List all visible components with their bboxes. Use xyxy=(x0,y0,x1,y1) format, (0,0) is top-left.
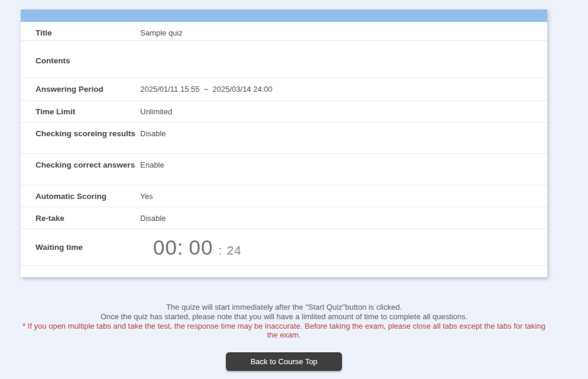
quiz-info-panel: Title Sample quiz Contents Answering Per… xyxy=(21,9,547,277)
row-value-answering-period: 2025/01/11 15:55 ~ 2025/03/14 24:00 xyxy=(140,84,547,94)
row-value-checking-correct-answers: Enable xyxy=(140,160,547,170)
waiting-time-hours: 00 xyxy=(153,236,177,259)
table-row-checking-scoring-results: Checking scoreing results Disable xyxy=(21,123,547,154)
table-row-answering-period: Answering Period 2025/01/11 15:55 ~ 2025… xyxy=(21,78,547,101)
row-label-answering-period: Answering Period xyxy=(21,84,140,95)
table-row-contents: Contents xyxy=(21,41,547,78)
row-label-waiting-time: Waiting time xyxy=(21,242,140,253)
row-label-checking-scoring-results: Checking scoreing results xyxy=(21,129,140,139)
row-value-automatic-scoring: Yes xyxy=(140,191,547,201)
quiz-start-note: The quize will start immediately after t… xyxy=(21,303,547,312)
back-to-course-top-button[interactable]: Back to Course Top xyxy=(226,352,341,371)
row-value-retake: Disable xyxy=(140,213,547,223)
row-label-checking-correct-answers: Checking correct answers xyxy=(21,160,140,171)
table-row-time-limit: Time Limit Unlimited xyxy=(21,101,547,123)
row-value-checking-scoring-results: Disable xyxy=(140,129,547,139)
table-row-retake: Re-take Disable xyxy=(21,207,547,229)
panel-header-bar xyxy=(21,9,547,22)
multi-tab-warning: * If you open multiple tabs and take the… xyxy=(21,322,547,341)
table-row-waiting-time: Waiting time 00:00:24 xyxy=(21,229,547,266)
row-value-title: Sample quiz xyxy=(140,28,547,38)
waiting-time-colon-2: : xyxy=(218,243,222,257)
footer-button-area: Back to Course Top xyxy=(21,352,547,371)
table-row-checking-correct-answers: Checking correct answers Enable xyxy=(21,154,547,185)
waiting-time-minutes: 00 xyxy=(189,236,213,259)
quiz-instructions: The quize will start immediately after t… xyxy=(21,303,547,340)
row-label-title: Title xyxy=(21,28,140,38)
waiting-time-countdown: 00:00:24 xyxy=(140,227,547,268)
row-value-time-limit: Unlimited xyxy=(140,107,547,117)
waiting-time-seconds: 24 xyxy=(227,243,241,257)
row-label-time-limit: Time Limit xyxy=(21,107,140,117)
table-row-automatic-scoring: Automatic Scoring Yes xyxy=(21,185,547,207)
table-row-title: Title Sample quiz xyxy=(21,22,547,41)
waiting-time-colon-1: : xyxy=(177,236,184,259)
row-label-automatic-scoring: Automatic Scoring xyxy=(21,191,140,202)
row-label-contents: Contents xyxy=(21,56,140,66)
row-label-retake: Re-take xyxy=(21,213,140,224)
time-limit-note: Once the quiz has started, please note t… xyxy=(21,312,547,322)
